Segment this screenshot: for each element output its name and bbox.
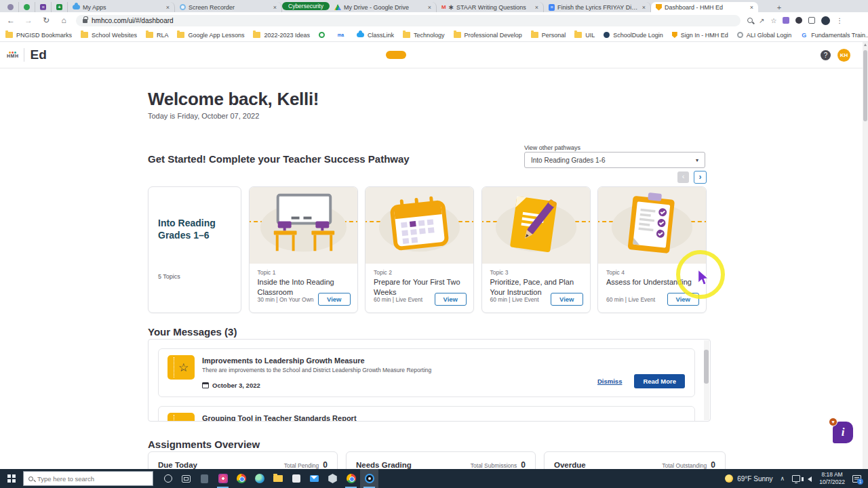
bookmark-item[interactable]: Technology <box>403 32 445 39</box>
start-button[interactable] <box>0 469 23 488</box>
reload-icon[interactable]: ↻ <box>41 16 52 25</box>
ma-blue-icon <box>337 32 344 38</box>
pathway-card: Topic 3 Prioritize, Pace, and Plan Your … <box>481 186 591 313</box>
bookmark-item[interactable] <box>319 32 328 38</box>
address-bar[interactable]: hmhco.com/ui/#/dashboard <box>76 15 741 26</box>
tray-chevron-icon[interactable]: ∧ <box>781 475 785 482</box>
taskbar-app-icon[interactable] <box>177 469 195 488</box>
bookmark-item[interactable]: Google App Lessons <box>177 32 244 39</box>
bookmark-item[interactable]: SchoolDude Login <box>604 32 663 39</box>
tab-close-icon[interactable]: × <box>750 4 753 11</box>
bookmark-item[interactable]: ALI Global Login <box>737 32 792 39</box>
carousel-prev-button[interactable]: ‹ <box>677 171 689 183</box>
zoom-icon[interactable] <box>747 18 753 23</box>
bookmark-item[interactable]: ClassLink <box>357 32 394 39</box>
page-scrollbar[interactable] <box>863 42 868 469</box>
browser-tab[interactable]: My Drive - Google Drive × <box>330 2 437 12</box>
nav-item[interactable] <box>386 51 406 59</box>
pathway-name: Into Reading Grades 1–6 <box>149 187 241 241</box>
assignment-summary-card[interactable]: Needs Grading Total Submissions 0 <box>346 451 536 469</box>
bookmark-label: PNGISD Bookmarks <box>16 32 72 39</box>
forward-icon[interactable]: → <box>23 16 34 25</box>
share-icon[interactable]: ↗ <box>759 17 764 24</box>
assignment-summary-card[interactable]: Due Today Total Pending 0 <box>148 451 338 469</box>
weather-widget[interactable]: 69°F Sunny <box>725 474 772 483</box>
messages-scrollbar[interactable] <box>704 340 709 420</box>
tab-close-icon[interactable]: × <box>428 4 431 11</box>
taskbar-app-icon[interactable] <box>269 469 287 488</box>
messages-scrollbar-thumb[interactable] <box>704 350 709 384</box>
extension-puzzle-icon[interactable] <box>783 17 789 24</box>
calendar-icon <box>202 382 209 388</box>
extension-icon[interactable] <box>795 17 802 24</box>
bookmark-star-icon[interactable]: ☆ <box>770 17 776 24</box>
bookmark-item[interactable]: PNGISD Bookmarks <box>5 32 72 39</box>
hmh-ed-logo[interactable]: HMH Ed <box>0 47 47 62</box>
view-button[interactable]: View <box>318 293 350 306</box>
taskbar-app-icon[interactable] <box>250 469 269 488</box>
tab-close-icon[interactable]: × <box>535 4 538 11</box>
taskbar-clock[interactable]: 8:18 AM 10/7/2022 <box>819 471 845 485</box>
taskbar-app-icon[interactable] <box>323 469 342 488</box>
view-button[interactable]: View <box>551 293 583 306</box>
browser-profile-avatar[interactable] <box>821 16 830 25</box>
info-widget-button[interactable]: i ♥ <box>833 422 853 443</box>
pinned-tab[interactable] <box>52 2 68 12</box>
taskbar-app-icon[interactable] <box>287 469 305 488</box>
read-more-button[interactable]: Read More <box>634 374 685 388</box>
browser-tab[interactable]: STAAR Writing Questions × <box>437 2 544 12</box>
assignment-card-title: Due Today <box>158 461 197 469</box>
scrollbar-up-arrow[interactable] <box>864 43 867 46</box>
back-icon[interactable]: ← <box>5 16 16 25</box>
tab-close-icon[interactable]: × <box>166 4 170 11</box>
browser-tab[interactable]: Dashboard - HMH Ed × <box>651 2 758 12</box>
browser-tab[interactable]: Cybersecurity <box>282 2 330 10</box>
bookmark-item[interactable]: Personal <box>531 32 566 39</box>
taskbar-app-icon[interactable] <box>214 469 232 488</box>
new-tab-button[interactable]: + <box>772 2 787 12</box>
pinned-tab[interactable] <box>3 2 19 12</box>
search-input[interactable] <box>37 475 139 483</box>
browser-tab[interactable]: Screen Recorder × <box>175 2 282 12</box>
tab-close-icon[interactable]: × <box>273 4 277 11</box>
taskbar-app-icon[interactable] <box>305 469 323 488</box>
taskbar-app-icon[interactable] <box>360 469 378 488</box>
view-button[interactable]: View <box>435 293 467 306</box>
assignment-summary-card[interactable]: Overdue Total Outstanding 0 <box>544 451 726 469</box>
pinned-tab[interactable] <box>35 2 52 12</box>
bookmark-item[interactable]: RLA <box>146 32 169 39</box>
tab-close-icon[interactable]: × <box>642 4 646 11</box>
bookmark-item[interactable]: Sign In - HMH Ed <box>672 32 728 39</box>
browser-tab[interactable]: Finish the Lyrics FRIYAY Directi... × <box>544 2 651 12</box>
browser-menu-icon[interactable]: ⋮ <box>836 17 843 24</box>
tab-frame-icon[interactable] <box>808 17 815 24</box>
dismiss-link[interactable]: Dismiss <box>597 378 622 385</box>
bookmark-item[interactable]: 2022-2023 Ideas <box>253 32 310 39</box>
bookmark-item[interactable]: Professional Develop <box>454 32 522 39</box>
user-avatar[interactable]: KH <box>837 49 850 62</box>
pathway-card: Into Reading Grades 1–6 5 Topics <box>148 186 241 313</box>
bookmark-item[interactable]: School Websites <box>81 32 137 39</box>
network-icon[interactable] <box>792 475 800 482</box>
pinned-tab[interactable] <box>19 2 35 12</box>
pathways-dropdown[interactable]: Into Reading Grades 1-6 ▾ <box>524 152 705 168</box>
taskbar-app-icon[interactable] <box>232 469 250 488</box>
bookmark-label: 2022-2023 Ideas <box>264 32 310 39</box>
taskbar-app-icon[interactable] <box>195 469 214 488</box>
bookmark-item[interactable]: Fundamentals Train... <box>800 32 868 39</box>
taskbar-search[interactable] <box>23 471 153 486</box>
browser-tab[interactable]: My Apps × <box>68 2 175 12</box>
notification-center-icon[interactable]: 1 <box>852 475 861 483</box>
volume-icon[interactable] <box>808 476 812 482</box>
home-icon[interactable]: ⌂ <box>58 16 69 25</box>
bookmark-item[interactable]: UIL <box>574 32 595 39</box>
taskbar-app-icon[interactable] <box>159 469 177 488</box>
help-icon[interactable]: ? <box>821 50 831 60</box>
bookmark-item[interactable] <box>337 32 348 38</box>
page-scrollbar-thumb[interactable] <box>863 50 867 121</box>
folder-icon <box>574 32 582 38</box>
carousel-next-button[interactable]: › <box>694 171 707 184</box>
taskbar-app-icon[interactable] <box>342 469 360 488</box>
view-button[interactable]: View <box>667 293 699 306</box>
address-url[interactable]: hmhco.com/ui/#/dashboard <box>92 17 174 24</box>
